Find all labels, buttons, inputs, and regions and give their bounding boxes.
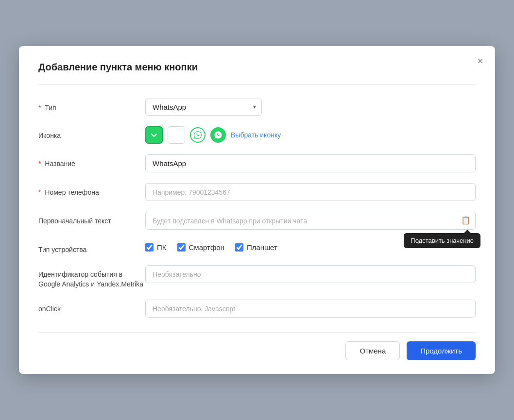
icon-row: Иконка [38,126,476,144]
icon-swatch-green[interactable] [145,126,163,144]
analytics-label: Идентификатор события в Google Analytics… [38,265,145,289]
pc-checkbox-item[interactable]: ПК [145,243,167,252]
onclick-label: onClick [38,300,145,314]
tablet-label: Планшет [247,243,277,252]
initial-text-input[interactable] [145,212,476,230]
onclick-input[interactable] [145,300,476,318]
tooltip-popup: Подставить значение [404,233,480,248]
close-button[interactable]: × [477,56,483,67]
tablet-checkbox-item[interactable]: Планшет [235,243,277,252]
onclick-control [145,300,476,318]
phone-label: * Номер телефона [38,183,145,198]
name-label: * Название [38,154,145,169]
modal-dialog: Добавление пункта меню кнопки × * Тип Wh… [19,46,495,374]
icon-control: Выбрать иконку [145,126,476,144]
footer-row: Отмена Продолжить [38,332,476,360]
phone-control [145,183,476,201]
clipboard-icon: 📋 [461,216,471,224]
smartphone-label: Смартфон [189,243,224,252]
whatsapp-outline-icon[interactable] [190,127,206,143]
initial-text-control: 📋 Подставить значение [145,212,476,230]
smartphone-checkbox-item[interactable]: Смартфон [177,243,224,252]
icon-options: Выбрать иконку [145,126,476,144]
type-label: * Тип [38,99,145,113]
cancel-button[interactable]: Отмена [345,341,400,360]
pc-label: ПК [157,243,167,252]
type-select[interactable]: WhatsApp Telegram Viber Phone Email [145,99,262,116]
tablet-checkbox[interactable] [235,243,243,252]
divider [38,84,476,85]
choose-icon-link[interactable]: Выбрать иконку [231,131,281,139]
icon-swatch-white[interactable] [168,126,185,144]
type-control: WhatsApp Telegram Viber Phone Email [145,99,476,116]
modal-title: Добавление пункта меню кнопки [38,62,476,73]
onclick-row: onClick [38,300,476,318]
analytics-control [145,265,476,283]
type-select-wrapper: WhatsApp Telegram Viber Phone Email [145,99,262,116]
name-control [145,154,476,172]
analytics-input[interactable] [145,265,476,283]
initial-text-row: Первоначальный текст 📋 Подставить значен… [38,212,476,230]
name-input[interactable] [145,154,476,172]
phone-input[interactable] [145,183,476,201]
pc-checkbox[interactable] [145,243,154,252]
analytics-row: Идентификатор события в Google Analytics… [38,265,476,289]
icon-label: Иконка [38,126,145,141]
clipboard-icon-button[interactable]: 📋 [461,216,471,225]
initial-text-label: Первоначальный текст [38,212,145,226]
type-row: * Тип WhatsApp Telegram Viber Phone Emai… [38,99,476,116]
whatsapp-filled-icon[interactable] [210,127,226,143]
smartphone-checkbox[interactable] [177,243,186,252]
chevron-down-small-icon [149,130,159,140]
continue-button[interactable]: Продолжить [407,341,476,360]
name-row: * Название [38,154,476,172]
phone-row: * Номер телефона [38,183,476,201]
initial-text-input-wrap: 📋 [145,212,476,230]
device-type-label: Тип устройства [38,240,145,255]
